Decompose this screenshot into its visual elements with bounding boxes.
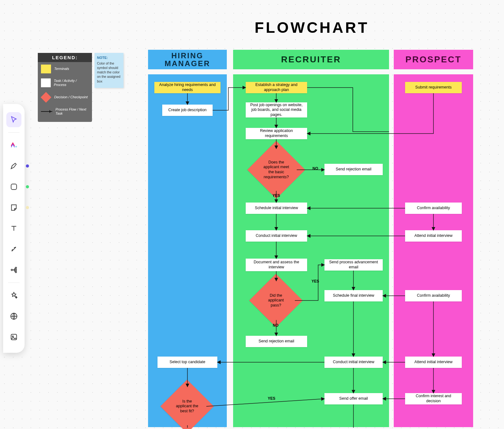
toolbar-separator xyxy=(8,283,20,283)
lane-hiring-manager[interactable]: HIRING MANAGER Analyze hiring requiremen… xyxy=(148,50,227,428)
legend-swatch-terminal xyxy=(41,65,51,73)
node-strategy[interactable]: Establish a strategy and approach plan xyxy=(246,82,307,93)
shape-color-dot xyxy=(26,185,29,188)
legend-label: Task / Activity / Process xyxy=(54,79,89,87)
node-attend2[interactable]: Attend initial interview xyxy=(405,357,462,368)
ai-tool[interactable]: + xyxy=(6,138,21,153)
legend-row-flow: Process Flow / Next Task xyxy=(38,105,92,118)
note-sticky[interactable]: NOTE: Color of the symbol should match t… xyxy=(94,53,123,88)
node-rejection1[interactable]: Send rejection email xyxy=(324,164,383,175)
note-header: NOTE: xyxy=(97,55,121,60)
node-conf1[interactable]: Confirm availability xyxy=(405,203,462,214)
lane-body[interactable]: Submit requirements Confirm availability… xyxy=(394,74,473,427)
node-meetsreq[interactable]: Does the applicant meet the basic requir… xyxy=(247,141,305,199)
diamond-label: Is the applicant the best fit? xyxy=(168,387,206,425)
magic-tool[interactable] xyxy=(6,288,21,303)
node-post[interactable]: Post job openings on website, job boards… xyxy=(246,102,307,117)
shape-tool[interactable] xyxy=(6,179,21,194)
lane-body[interactable]: Analyze hiring requirements and needs Cr… xyxy=(148,74,227,427)
legend-row-task: Task / Activity / Process xyxy=(38,76,92,90)
node-submit[interactable]: Submit requirements xyxy=(405,82,462,93)
diagram-title: FLOWCHART xyxy=(151,19,472,36)
svg-text:+: + xyxy=(15,144,17,149)
svg-point-8 xyxy=(12,336,13,337)
lane-header: PROSPECT xyxy=(394,50,473,69)
edge-label-yes: YES xyxy=(272,193,280,198)
sticky-color-dot xyxy=(26,206,29,209)
node-rejection2[interactable]: Send rejection email xyxy=(246,336,307,347)
legend-label: Process Flow / Next Task xyxy=(55,107,89,116)
node-attend1[interactable]: Attend initial interview xyxy=(405,230,462,242)
node-analyze[interactable]: Analyze hiring requirements and needs xyxy=(154,82,220,93)
legend-swatch-task xyxy=(41,78,51,87)
note-body: Color of the symbol should match the col… xyxy=(97,61,120,83)
node-conduct1[interactable]: Conduct initial interview xyxy=(246,230,307,242)
tool-toolbar: + xyxy=(3,104,25,353)
legend-row-terminal: Terminals xyxy=(38,62,92,76)
node-reviewreq[interactable]: Review application requirements xyxy=(246,128,307,139)
node-conduct2[interactable]: Conduct initial interview xyxy=(324,357,383,368)
pen-tool[interactable] xyxy=(6,158,21,174)
node-jobdesc[interactable]: Create job description xyxy=(162,105,213,116)
legend-row-decision: Decision / Checkpoint xyxy=(38,90,92,105)
svg-point-2 xyxy=(11,269,12,271)
image-tool[interactable] xyxy=(6,329,21,345)
legend-swatch-arrow xyxy=(41,111,52,112)
edge-label-no: NO xyxy=(273,323,278,328)
lane-header: HIRING MANAGER xyxy=(148,50,227,69)
legend-header: LEGEND: xyxy=(38,53,92,62)
legend-swatch-decision xyxy=(41,92,51,103)
node-interest[interactable]: Confirm interest and decision xyxy=(405,393,462,404)
legend-label: Terminals xyxy=(54,67,69,71)
legend-label: Decision / Checkpoint xyxy=(54,95,88,99)
legend-card[interactable]: LEGEND: Terminals Task / Activity / Proc… xyxy=(38,53,92,122)
diamond-label: Did the applicant pass? xyxy=(257,282,295,319)
connector-tool[interactable] xyxy=(6,242,21,257)
node-document[interactable]: Document and assess the interview xyxy=(246,259,307,271)
mindmap-tool[interactable] xyxy=(6,262,21,277)
pointer-tool[interactable] xyxy=(6,112,21,127)
pen-color-dot xyxy=(26,164,29,168)
diamond-label: Does the applicant meet the basic requir… xyxy=(256,149,297,190)
node-schedule1[interactable]: Schedule initial interview xyxy=(246,203,307,214)
node-bestfit[interactable]: Is the applicant the best fit? xyxy=(160,380,214,429)
lane-body[interactable]: Establish a strategy and approach plan P… xyxy=(233,74,389,427)
svg-rect-1 xyxy=(11,184,16,189)
node-conf2[interactable]: Confirm availability xyxy=(405,290,462,301)
edge-label-yes: YES xyxy=(312,279,319,283)
lane-header: RECRUITER xyxy=(233,50,389,69)
node-pass[interactable]: Did the applicant pass? xyxy=(249,274,303,327)
toolbar-separator xyxy=(8,132,20,133)
text-tool[interactable] xyxy=(6,221,21,236)
edge-label-no: NO xyxy=(312,166,318,171)
web-embed-tool[interactable] xyxy=(6,309,21,324)
lane-prospect[interactable]: PROSPECT Submit requirements Confirm ava… xyxy=(394,50,473,428)
edge-label-yes: YES xyxy=(268,396,275,401)
lane-recruiter[interactable]: RECRUITER Establish a strategy and appro… xyxy=(233,50,389,428)
node-advance[interactable]: Send process advancement email xyxy=(324,259,383,271)
node-select[interactable]: Select top candidate xyxy=(158,357,217,368)
node-schedulef[interactable]: Schedule final interview xyxy=(324,290,383,301)
sticky-tool[interactable] xyxy=(6,200,21,215)
node-offer[interactable]: Send offer email xyxy=(324,393,383,404)
